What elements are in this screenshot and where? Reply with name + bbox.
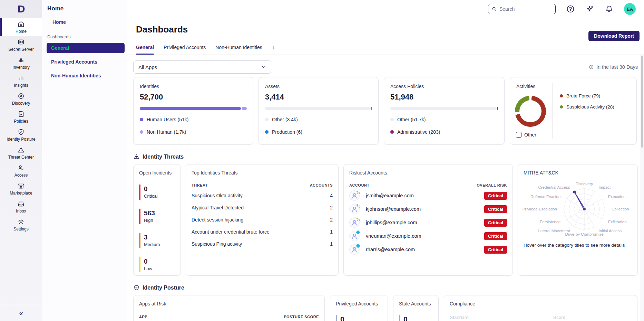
rail-item-home[interactable]: Home (0, 18, 42, 36)
search-box[interactable] (488, 4, 556, 14)
sidebar-item-general[interactable]: General (47, 43, 125, 53)
vertical-scrollbar[interactable] (640, 55, 644, 321)
radar-category-label[interactable]: Persistence (540, 220, 560, 224)
search-input[interactable] (499, 6, 552, 12)
rail-item-label: Identity Posture (7, 137, 35, 142)
sidebar-section-label: Dashboards (42, 30, 127, 39)
bar-segment (497, 107, 498, 110)
rail-item-label: Inventory (12, 65, 29, 70)
rail-item-settings[interactable]: Settings (0, 216, 42, 234)
card-title: Compliance (450, 301, 632, 306)
radar-category-label[interactable]: Execution (608, 195, 626, 199)
compliance-card: Compliance Standard Score (444, 295, 637, 321)
radar-category-label[interactable]: Collection (612, 207, 629, 211)
table-header: THREAT ACCOUNTS (192, 183, 333, 187)
threat-row[interactable]: Atypical Travel Detected 2 (192, 205, 333, 211)
activities-card: Activities Other Brute Force (79) (510, 77, 637, 145)
severity-label: Low (144, 266, 175, 271)
scrollbar-thumb[interactable] (641, 56, 643, 148)
threat-row[interactable]: Suspicious Ping activity 1 (192, 241, 333, 248)
rail-item-inbox[interactable]: Inbox (0, 198, 42, 216)
radar-category-label[interactable]: Discovery (576, 182, 593, 186)
radar-category-label[interactable]: Drive-by Compromise (565, 232, 603, 236)
radar-category-label[interactable]: Exfiltration (608, 220, 627, 224)
rail-item-access[interactable]: Access (0, 162, 42, 180)
sparkles-icon (585, 4, 594, 13)
rail-item-discovery[interactable]: Discovery (0, 90, 42, 108)
legend-label: Other (51.7k) (397, 117, 426, 122)
shield-check-icon (17, 128, 25, 136)
legend-item: Brute Force (79) (560, 93, 614, 98)
account-row[interactable]: jphillips@example.com Critical (349, 217, 507, 228)
vertical-divider (553, 83, 553, 139)
bar-segment (371, 107, 372, 110)
radar-category-label[interactable]: Lateral Movement (538, 229, 570, 233)
severity-count: 0 (144, 258, 175, 265)
legend-dot (265, 118, 269, 121)
app-filter-dropdown[interactable]: All Apps (133, 60, 271, 74)
notifications-button[interactable] (605, 4, 614, 13)
rail-item-secret-server[interactable]: Secret Server (0, 36, 42, 54)
risk-badge: Critical (484, 246, 507, 254)
threat-row[interactable]: Detect session hijacking 2 (192, 217, 333, 224)
count-value: 0 (340, 315, 344, 321)
sidebar-item-non-human-identities[interactable]: Non-Human Identities (47, 70, 125, 81)
count-value: 0 (403, 315, 408, 321)
account-email: kjohnson@example.com (366, 206, 421, 212)
threat-row[interactable]: Suspicious Okta activity 4 (192, 193, 333, 199)
chevron-down-icon (261, 65, 266, 69)
other-checkbox[interactable] (516, 132, 521, 138)
radar-category-label[interactable]: Privilege Escalation (523, 207, 557, 211)
rail-item-marketplace[interactable]: Marketplace (0, 180, 42, 198)
radar-category-label[interactable]: Credential Access (538, 185, 570, 189)
rail-item-policies[interactable]: Policies (0, 108, 42, 126)
mitre-attack-card: MITRE ATT&CK DiscoveryImpactExecutionCol… (518, 164, 638, 276)
app-filter-value: All Apps (138, 64, 157, 70)
sidebar-item-privileged-accounts[interactable]: Privileged Accounts (47, 57, 125, 67)
card-title: Privileged Accounts (336, 301, 382, 306)
rail-item-insights[interactable]: Insights (0, 72, 42, 90)
severity-label: High (144, 218, 175, 223)
card-title: Activities (516, 84, 630, 89)
app-root: D Home Secret Server Inventory Insights … (0, 0, 644, 321)
bell-icon (605, 4, 614, 13)
tab-privileged-accounts[interactable]: Privileged Accounts (164, 45, 206, 55)
user-avatar[interactable]: EA (624, 3, 636, 15)
rail-item-label: Marketplace (10, 191, 32, 196)
dashboard-content: All Apps In the last 30 Days Identities … (127, 55, 640, 321)
threat-row[interactable]: Account under credential brute force 1 (192, 229, 333, 236)
account-row[interactable]: jsmith@example.com Critical (349, 190, 507, 201)
account-row[interactable]: kjohnson@example.com Critical (349, 204, 507, 214)
tab-non-human-identities[interactable]: Non-Human Identities (215, 45, 262, 55)
account-row[interactable]: vneuman@example.com Critical (349, 231, 507, 241)
time-range-filter[interactable]: In the last 30 Days (588, 64, 638, 70)
ai-assistant-button[interactable] (585, 4, 594, 13)
collapse-sidebar-button[interactable]: « (19, 310, 23, 317)
account-row[interactable]: rharris@example.com Critical (349, 244, 507, 255)
legend-item: Suspicious Activity (28) (560, 104, 614, 110)
severity-high: 563 High (139, 209, 175, 224)
main-area: EA Dashboards General Privileged Account… (127, 0, 644, 321)
sidebar-item-home[interactable]: Home (42, 12, 127, 25)
other-filter-row: Other (516, 132, 536, 138)
person-icon (351, 192, 358, 199)
identity-threats-section-header: Identity Threats (133, 153, 638, 160)
cluster-icon (17, 56, 25, 64)
rail-item-inventory[interactable]: Inventory (0, 54, 42, 72)
radar-category-label[interactable]: Impact (599, 185, 611, 189)
radar-category-label[interactable]: Defense Evasion (530, 195, 560, 199)
legend-dot (560, 94, 563, 97)
rail-item-threat-center[interactable]: Threat Center (0, 144, 42, 162)
legend-dot (265, 130, 269, 134)
other-checkbox-label: Other (524, 132, 536, 138)
clock-icon (588, 64, 594, 70)
brand-logo[interactable]: D (0, 0, 42, 18)
help-button[interactable] (566, 4, 575, 13)
shield-check-icon (133, 284, 140, 291)
privileged-accounts-card: Privileged Accounts 0 (330, 295, 388, 321)
add-tab-button[interactable]: + (272, 45, 276, 55)
threat-name: Account under credential brute force (192, 229, 270, 236)
tab-general[interactable]: General (136, 45, 154, 55)
rail-item-identity-posture[interactable]: Identity Posture (0, 126, 42, 144)
download-report-button[interactable]: Download Report (588, 31, 640, 41)
